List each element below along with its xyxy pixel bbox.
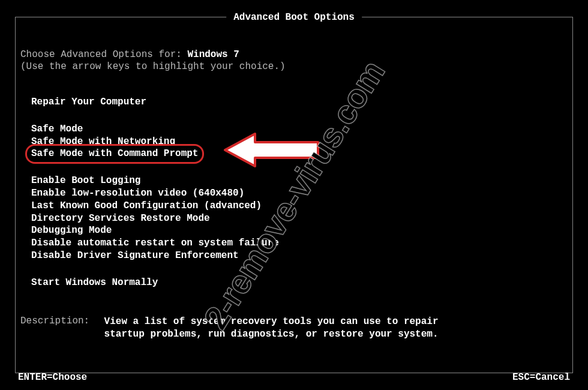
intro-os-name: Windows 7: [187, 49, 239, 60]
description-row: Description: View a list of system recov…: [20, 316, 568, 341]
menu-item-disable-auto-restart[interactable]: Disable automatic restart on system fail…: [31, 237, 568, 250]
footer-enter-hint: ENTER=Choose: [18, 372, 87, 383]
menu-item-ds-restore[interactable]: Directory Services Restore Mode: [31, 212, 568, 225]
description-text: View a list of system recovery tools you…: [104, 316, 440, 341]
arrow-key-hint: (Use the arrow keys to highlight your ch…: [20, 61, 568, 72]
intro-line: Choose Advanced Options for: Windows 7: [20, 49, 568, 60]
menu-item-last-known-good[interactable]: Last Known Good Configuration (advanced): [31, 200, 568, 212]
menu-item-repair-computer[interactable]: Repair Your Computer: [31, 96, 568, 109]
menu-item-safe-mode-cmd-wrapper: Safe Mode with Command Prompt: [31, 148, 198, 160]
footer-hints: ENTER=Choose ESC=Cancel: [18, 372, 570, 383]
menu-item-start-normally[interactable]: Start Windows Normally: [31, 277, 568, 289]
menu-item-safe-mode-networking[interactable]: Safe Mode with Networking: [31, 136, 568, 148]
menu-group-safe-mode: Safe Mode Safe Mode with Networking Safe…: [31, 123, 568, 160]
screen-title: Advanced Boot Options: [226, 12, 362, 23]
boot-menu: Repair Your Computer Safe Mode Safe Mode…: [20, 96, 568, 289]
menu-item-low-res[interactable]: Enable low-resolution video (640x480): [31, 187, 568, 200]
menu-item-debugging[interactable]: Debugging Mode: [31, 224, 568, 237]
menu-item-safe-mode[interactable]: Safe Mode: [31, 123, 568, 136]
content-area: Choose Advanced Options for: Windows 7 (…: [20, 49, 568, 304]
menu-item-safe-mode-cmd[interactable]: Safe Mode with Command Prompt: [31, 148, 198, 160]
menu-group-advanced: Enable Boot Logging Enable low-resolutio…: [31, 175, 568, 262]
intro-prefix: Choose Advanced Options for:: [20, 49, 187, 60]
description-label: Description:: [20, 316, 98, 326]
menu-group-repair: Repair Your Computer: [31, 96, 568, 109]
menu-item-disable-driver-sig[interactable]: Disable Driver Signature Enforcement: [31, 250, 568, 262]
footer-esc-hint: ESC=Cancel: [512, 372, 570, 383]
menu-group-normal: Start Windows Normally: [31, 277, 568, 289]
menu-item-boot-logging[interactable]: Enable Boot Logging: [31, 175, 568, 187]
